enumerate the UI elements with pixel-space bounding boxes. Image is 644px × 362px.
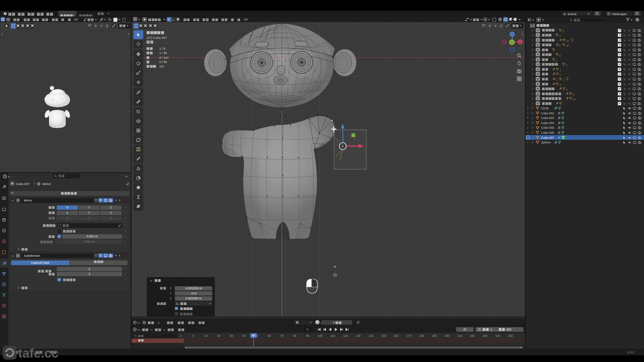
svg-text:Y: Y	[511, 41, 513, 44]
svg-text:X: X	[519, 41, 521, 44]
svg-text:Z: Z	[512, 33, 513, 36]
